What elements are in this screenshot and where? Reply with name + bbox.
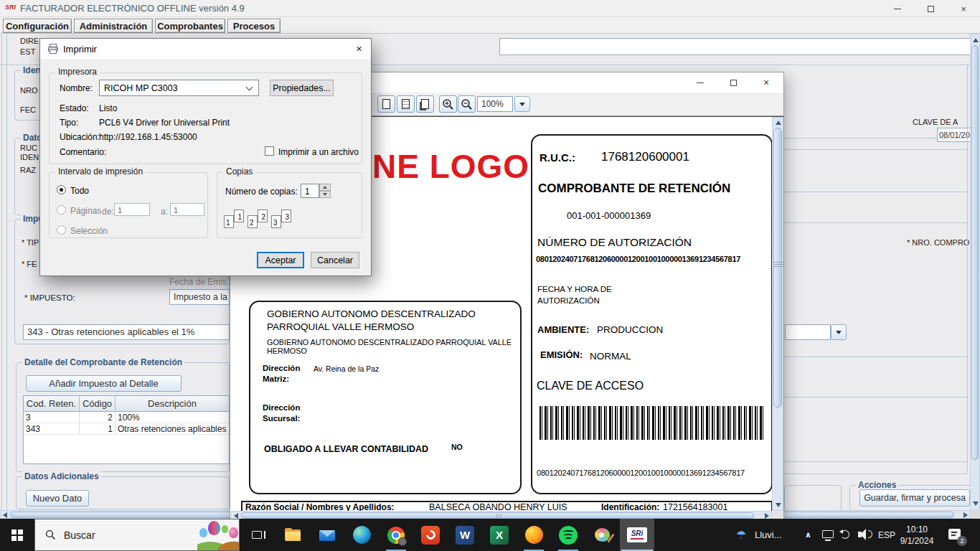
page-content-button[interactable] bbox=[397, 95, 415, 113]
search-box[interactable]: Buscar bbox=[34, 519, 240, 551]
divider bbox=[784, 149, 967, 150]
task-view-button[interactable] bbox=[241, 519, 275, 551]
aceptar-button[interactable]: Aceptar bbox=[257, 252, 304, 268]
minimize-button[interactable] bbox=[881, 0, 914, 17]
taskbar-chrome[interactable] bbox=[379, 519, 413, 551]
page-icon: 1 bbox=[224, 215, 234, 228]
zoom-level-field[interactable]: 100% bbox=[477, 96, 513, 112]
paint-icon bbox=[593, 526, 612, 545]
num-copias-label: Número de copias: bbox=[225, 187, 298, 197]
preview-minimize-button[interactable] bbox=[684, 72, 717, 93]
divider bbox=[967, 65, 968, 474]
close-button[interactable]: × bbox=[947, 0, 980, 17]
guardar-button[interactable]: Guardar, firmar y procesa bbox=[859, 489, 970, 507]
zoom-dropdown-button[interactable] bbox=[514, 96, 530, 112]
chrome-icon bbox=[387, 526, 405, 545]
taskbar-excel[interactable]: X bbox=[482, 519, 517, 551]
issuer-name: GOBIERNO AUTONOMO DESCENTRALIZADO PARROQ… bbox=[267, 308, 505, 333]
radio-todo[interactable] bbox=[57, 185, 66, 194]
cancelar-button[interactable]: Cancelar bbox=[311, 252, 359, 268]
taskbar-sri-app[interactable]: SRi bbox=[620, 519, 654, 551]
radio-paginas[interactable] bbox=[57, 205, 66, 215]
propiedades-button[interactable]: Propiedades... bbox=[270, 80, 334, 96]
scroll-right-icon[interactable] bbox=[963, 512, 968, 518]
taskbar-pdf-xchange[interactable] bbox=[413, 519, 448, 551]
action-center-line bbox=[951, 532, 957, 533]
spinner-down-button[interactable] bbox=[319, 191, 331, 198]
sync-arrow-icon bbox=[839, 529, 843, 534]
scrollbar-thumb[interactable] bbox=[971, 45, 979, 460]
print-to-file-checkbox[interactable] bbox=[265, 146, 274, 156]
firefox-icon bbox=[525, 526, 543, 544]
retencion-combo[interactable]: 343 - Otras retenciones aplicables el 1% bbox=[23, 324, 230, 340]
right-combo[interactable] bbox=[785, 324, 831, 340]
impuesto-combo[interactable]: Impuesto a la bbox=[169, 289, 230, 305]
menu-administracion[interactable]: Administración bbox=[74, 19, 153, 33]
dir-sucursal-label: Dirección Sucursal: bbox=[263, 402, 314, 424]
zoom-out-icon bbox=[461, 98, 473, 110]
maximize-button[interactable] bbox=[914, 0, 947, 17]
nuevo-dato-button[interactable]: Nuevo Dato bbox=[26, 490, 89, 507]
page-multi-button[interactable] bbox=[416, 95, 434, 113]
table-header[interactable]: Descripción bbox=[116, 396, 229, 412]
main-vertical-scrollbar[interactable] bbox=[970, 34, 980, 510]
weather-umbrella-icon[interactable]: ☂ bbox=[736, 528, 746, 542]
taskbar-edge[interactable] bbox=[344, 519, 379, 551]
zoom-out-button[interactable] bbox=[458, 95, 476, 113]
clock[interactable]: 10:10 9/1/2024 bbox=[898, 524, 936, 547]
scrollbar-thumb[interactable] bbox=[241, 512, 754, 519]
print-dialog-close-button[interactable]: × bbox=[347, 39, 371, 59]
table-cell[interactable]: 1 bbox=[80, 423, 116, 435]
spinner-up-icon bbox=[323, 186, 327, 189]
zoom-in-button[interactable] bbox=[439, 95, 457, 113]
taskbar-paint[interactable] bbox=[585, 519, 620, 551]
scroll-down-icon[interactable] bbox=[776, 503, 781, 507]
preview-close-button[interactable]: × bbox=[750, 72, 783, 93]
page-single-button[interactable] bbox=[377, 95, 395, 113]
preview-maximize-button[interactable] bbox=[717, 72, 750, 93]
table-cell[interactable]: 100% bbox=[116, 412, 229, 423]
add-impuesto-button[interactable]: Añadir Impuesto al Detalle bbox=[26, 375, 182, 392]
taskbar-spotify[interactable] bbox=[551, 519, 585, 551]
scrollbar-thumb[interactable] bbox=[773, 128, 782, 408]
de-field[interactable]: 1 bbox=[114, 203, 150, 216]
label-tipo: * TIP bbox=[22, 238, 39, 247]
sri-letters: SRi bbox=[631, 530, 644, 537]
scroll-left-icon[interactable] bbox=[3, 512, 7, 518]
right-combo-arrow-button[interactable] bbox=[831, 324, 847, 340]
scroll-down-icon[interactable] bbox=[973, 501, 979, 506]
menu-comprobantes[interactable]: Comprobantes bbox=[155, 19, 225, 33]
start-button[interactable] bbox=[0, 519, 34, 551]
preview-vertical-scrollbar[interactable] bbox=[772, 117, 783, 511]
table-header[interactable]: Código bbox=[80, 396, 116, 412]
radio-seleccion[interactable] bbox=[57, 225, 66, 235]
scroll-left-icon[interactable] bbox=[234, 513, 238, 519]
tray-chevron-up-icon[interactable]: ∧ bbox=[805, 530, 811, 540]
direccion-field[interactable] bbox=[499, 38, 976, 55]
scroll-up-icon[interactable] bbox=[776, 121, 781, 125]
scroll-up-icon[interactable] bbox=[973, 38, 979, 42]
printer-name-combo[interactable]: RICOH MP C3003 bbox=[99, 80, 259, 96]
taskbar-word[interactable]: W bbox=[448, 519, 482, 551]
a-field[interactable]: 1 bbox=[170, 203, 204, 216]
doc-title: COMPROBANTE DE RETENCIÓN bbox=[538, 182, 730, 196]
scroll-right-icon[interactable] bbox=[765, 513, 769, 519]
spinner-up-button[interactable] bbox=[319, 184, 331, 191]
weather-text[interactable]: Lluvi... bbox=[755, 529, 782, 540]
table-cell[interactable]: 343 bbox=[24, 423, 80, 435]
menu-configuracion[interactable]: Configuración bbox=[3, 19, 72, 33]
network-icon[interactable] bbox=[822, 530, 834, 538]
menu-procesos[interactable]: Procesos bbox=[227, 19, 281, 33]
table-header[interactable]: Cod. Reten. bbox=[24, 396, 80, 412]
taskbar-firefox[interactable] bbox=[517, 519, 551, 551]
table-cell[interactable]: 2 bbox=[80, 412, 116, 423]
copias-field[interactable]: 1 bbox=[301, 184, 319, 198]
taskbar-file-explorer[interactable] bbox=[275, 519, 310, 551]
pdf-xchange-icon bbox=[421, 526, 440, 545]
speaker-cone-icon bbox=[860, 529, 866, 540]
detalle-table[interactable]: Cod. Reten. Código Descripción 3 2 100% … bbox=[23, 395, 230, 464]
language-indicator[interactable]: ESP bbox=[878, 530, 895, 540]
taskbar-mail[interactable] bbox=[310, 519, 344, 551]
table-cell[interactable]: Otras retenciones aplicables el bbox=[116, 423, 229, 435]
table-cell[interactable]: 3 bbox=[24, 412, 80, 423]
